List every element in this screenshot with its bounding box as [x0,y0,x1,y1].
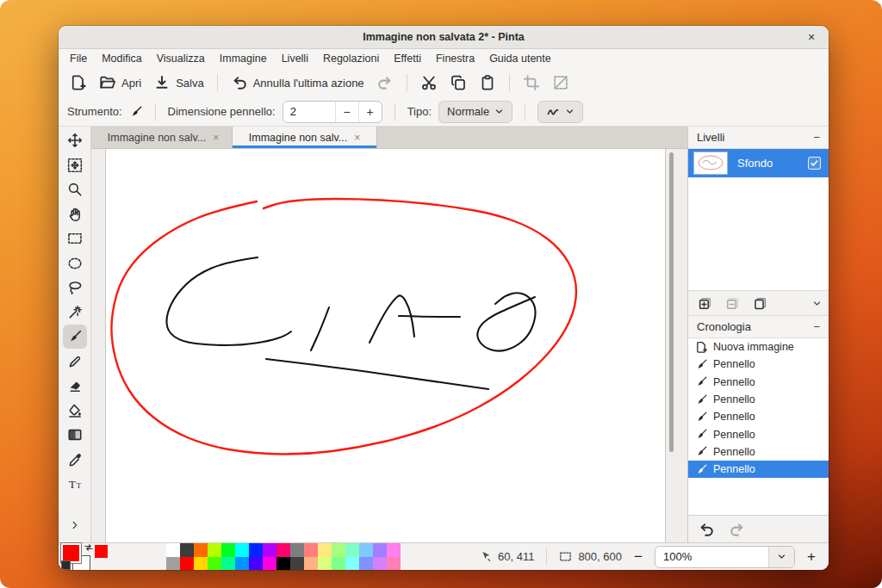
paintbrush-tool[interactable] [63,325,87,349]
zoom-out-button[interactable]: − [629,548,648,566]
palette-swatch[interactable] [345,543,359,557]
menu-item-guida-utente[interactable]: Guida utente [487,52,554,65]
palette-swatch[interactable] [387,543,401,557]
open-button[interactable]: Apri [95,71,146,95]
palette-swatch[interactable] [166,557,180,570]
eraser-tool[interactable] [63,374,87,398]
save-button[interactable]: Salva [149,71,208,95]
palette-swatch[interactable] [290,543,304,557]
palette-swatch[interactable] [318,557,332,570]
reset-colors-swatch[interactable] [61,560,71,570]
menu-item-livelli[interactable]: Livelli [279,52,311,65]
history-redo-button[interactable] [728,520,747,539]
text-tool[interactable]: TT [63,472,87,496]
redo-button[interactable] [372,71,398,95]
menu-item-finestra[interactable]: Finestra [433,52,477,65]
brush-size-value[interactable]: 2 [283,105,335,118]
zoom-combobox[interactable]: 100% [655,546,795,568]
color-picker-tool[interactable] [63,448,87,472]
brush-size-increase-button[interactable]: + [358,102,382,122]
duplicate-layer-button[interactable] [750,294,769,313]
crop-button[interactable] [519,71,544,95]
history-item-pennello[interactable]: Pennello [688,356,829,373]
palette-swatch[interactable] [304,543,318,557]
move-selection-tool[interactable] [63,153,87,177]
history-item-pennello[interactable]: Pennello [688,391,829,408]
palette-swatch[interactable] [235,543,249,557]
menu-item-regolazioni[interactable]: Regolazioni [320,52,382,65]
history-item-pennello[interactable]: Pennello [688,408,829,425]
layers-minimize-button[interactable]: − [813,131,820,144]
palette-swatch[interactable] [263,557,276,570]
palette-swatch[interactable] [221,557,235,570]
paint-bucket-tool[interactable] [63,399,87,423]
palette-swatch[interactable] [166,543,180,557]
paste-button[interactable] [475,71,500,95]
brush-size-decrease-button[interactable]: − [335,102,358,122]
palette-swatch[interactable] [263,543,276,557]
pan-tool[interactable] [63,202,87,226]
pencil-tool[interactable] [63,350,87,374]
palette-swatch[interactable] [180,557,194,570]
zoom-in-button[interactable]: + [802,548,821,566]
copy-button[interactable] [445,71,471,95]
zoom-value[interactable]: 100% [655,550,768,563]
palette-swatch[interactable] [249,557,263,570]
palette-swatch[interactable] [235,557,249,570]
undo-button[interactable]: Annulla l'ultima azione [227,71,369,95]
menu-item-effetti[interactable]: Effetti [391,52,424,65]
history-item-pennello[interactable]: Pennello [688,374,829,391]
history-item-pennello[interactable]: Pennello [688,425,829,443]
remove-layer-button[interactable] [723,294,742,313]
magic-wand-tool[interactable] [63,300,87,325]
palette-swatch[interactable] [221,543,235,557]
menu-item-modifica[interactable]: Modifica [99,52,145,65]
new-image-button[interactable] [65,71,91,95]
palette-swatch[interactable] [304,557,318,570]
palette-swatch[interactable] [290,557,304,570]
palette-swatch[interactable] [373,557,387,570]
layer-row-sfondo[interactable]: Sfondo [688,149,829,177]
history-item-nuova-immagine[interactable]: Nuova immagine [688,338,829,356]
palette-swatch[interactable] [194,543,208,557]
palette-swatch[interactable] [276,557,290,570]
ellipse-select-tool[interactable] [63,251,87,275]
close-icon[interactable]: × [803,28,820,46]
recent-color-swatch[interactable] [95,545,108,558]
move-tool[interactable] [63,128,87,152]
zoom-dropdown-button[interactable] [768,547,794,567]
palette-swatch[interactable] [359,557,373,570]
tab-image-2[interactable]: Immagine non salv...× [233,127,377,148]
swap-colors-icon[interactable] [84,542,94,553]
line-style-dropdown[interactable] [537,101,583,123]
history-item-pennello[interactable]: Pennello [688,461,829,478]
palette-swatch[interactable] [276,543,290,557]
deselect-button[interactable] [548,71,574,95]
blend-mode-dropdown[interactable]: Normale [438,101,512,123]
palette-swatch[interactable] [318,543,332,557]
menu-item-file[interactable]: File [67,52,90,65]
menu-item-visualizza[interactable]: Visualizza [154,52,208,65]
history-undo-button[interactable] [697,520,716,539]
palette-swatch[interactable] [194,557,208,570]
palette-swatch[interactable] [208,557,221,570]
layer-visible-checkbox[interactable] [808,157,821,170]
history-minimize-button[interactable]: − [813,320,820,333]
palette-swatch[interactable] [373,543,387,557]
palette-swatch[interactable] [359,543,373,557]
tab-image-1[interactable]: Immagine non salv...× [95,127,233,148]
palette-swatch[interactable] [332,543,345,557]
gradient-tool[interactable] [63,423,87,447]
dock-expander-button[interactable] [63,515,87,535]
zoom-tool[interactable] [63,177,87,201]
cut-button[interactable] [416,71,442,95]
palette-swatch[interactable] [345,557,359,570]
palette-swatch[interactable] [249,543,263,557]
tab-close-icon[interactable]: × [213,132,219,144]
palette-swatch[interactable] [208,543,221,557]
vertical-scrollbar[interactable] [669,152,674,452]
lasso-select-tool[interactable] [63,275,87,300]
history-item-pennello[interactable]: Pennello [688,443,829,461]
palette-swatch[interactable] [332,557,345,570]
palette-swatch[interactable] [180,543,194,557]
